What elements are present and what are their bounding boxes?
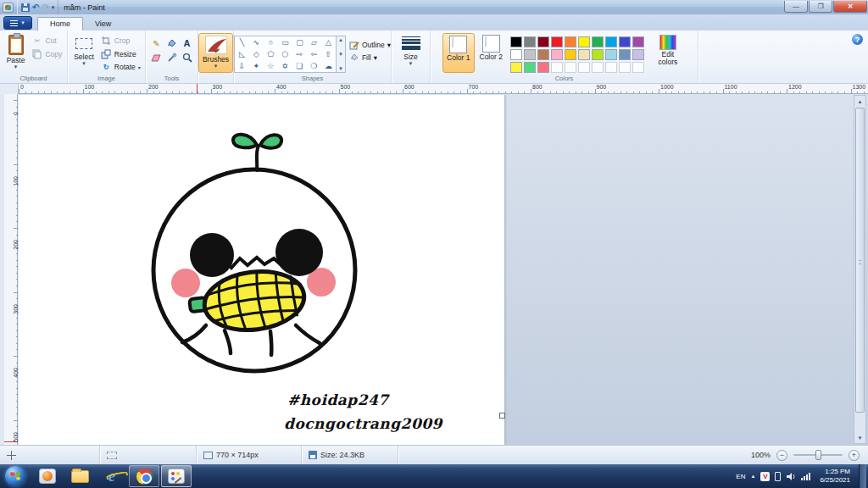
shape-item[interactable]: ❍ — [307, 60, 321, 72]
shape-item[interactable]: ⬡ — [278, 48, 292, 60]
start-button[interactable] — [5, 466, 25, 486]
speaker-icon[interactable] — [786, 472, 796, 481]
shape-item[interactable]: ❏ — [292, 60, 307, 72]
palette-swatch[interactable] — [551, 36, 563, 47]
shapes-scrollbar[interactable]: ▲ ▼ ▼ — [337, 36, 346, 73]
taskbar-paint[interactable] — [161, 465, 192, 487]
clock[interactable]: 1:25 PM 6/25/2021 — [816, 468, 854, 485]
shape-item[interactable]: ☆ — [264, 60, 278, 72]
close-button[interactable]: ✕ — [833, 1, 867, 13]
tab-home[interactable]: Home — [37, 17, 83, 30]
zoom-slider-thumb[interactable] — [815, 450, 821, 460]
paste-button[interactable]: Paste ▼ — [3, 33, 29, 73]
shape-item[interactable]: ○ — [264, 36, 278, 48]
shape-item[interactable]: ☁ — [321, 60, 336, 72]
shape-item[interactable]: ╲ — [235, 36, 249, 48]
palette-swatch[interactable] — [537, 36, 549, 47]
eraser-tool[interactable] — [149, 51, 164, 64]
palette-swatch[interactable] — [632, 36, 644, 47]
palette-swatch[interactable] — [551, 49, 563, 60]
shape-item[interactable]: ▢ — [292, 36, 307, 48]
palette-swatch[interactable] — [510, 49, 522, 60]
select-button[interactable]: Select ▼ — [70, 33, 97, 73]
shape-item[interactable]: ✡ — [278, 60, 292, 72]
restore-button[interactable]: ❐ — [809, 1, 832, 13]
device-icon[interactable] — [775, 472, 781, 481]
palette-swatch[interactable] — [578, 49, 590, 60]
help-icon[interactable]: ? — [852, 34, 863, 45]
shape-item[interactable]: ✦ — [249, 60, 264, 72]
taskbar-chrome[interactable] — [129, 465, 159, 487]
crop-button[interactable]: Crop — [99, 35, 142, 47]
copy-button[interactable]: Copy — [30, 48, 64, 60]
palette-swatch[interactable] — [619, 49, 631, 60]
network-icon[interactable] — [801, 473, 811, 480]
palette-swatch[interactable] — [619, 36, 631, 47]
pencil-tool[interactable]: ✎ — [149, 36, 164, 50]
palette-swatch[interactable] — [605, 49, 617, 60]
cut-button[interactable]: ✂ Cut — [30, 35, 64, 47]
outline-button[interactable]: Outline ▾ — [349, 40, 391, 50]
canvas-resize-handle[interactable] — [499, 413, 505, 419]
drawing-canvas[interactable]: #hoidap247 docngoctrang2009 — [19, 95, 504, 445]
minimize-button[interactable]: — — [784, 1, 808, 13]
shape-item[interactable]: ⇧ — [321, 48, 336, 60]
zoom-in-button[interactable]: + — [849, 450, 860, 461]
shape-item[interactable]: ∿ — [249, 36, 264, 48]
undo-icon[interactable]: ↶ — [32, 1, 39, 14]
app-menu-button[interactable]: ▼ — [3, 16, 32, 30]
resize-button[interactable]: Resize — [99, 48, 142, 60]
size-button[interactable]: Size ▼ — [398, 33, 424, 73]
shape-item[interactable]: ⬠ — [264, 48, 278, 60]
shape-item[interactable]: ▱ — [307, 36, 321, 48]
show-desktop-button[interactable] — [859, 464, 866, 488]
edit-colors-button[interactable]: Edit colors — [650, 33, 686, 73]
shape-item[interactable]: ⇩ — [235, 60, 249, 72]
shape-item[interactable]: △ — [321, 36, 336, 48]
scroll-up-icon[interactable]: ▲ — [854, 96, 865, 107]
palette-swatch[interactable] — [565, 36, 576, 47]
language-indicator[interactable]: EN — [736, 473, 745, 480]
brushes-button[interactable]: Brushes ▼ — [198, 33, 233, 73]
zoom-slider[interactable] — [793, 454, 843, 456]
fill-tool[interactable] — [164, 36, 179, 50]
color1-button[interactable]: Color 1 — [442, 33, 474, 73]
palette-swatch[interactable] — [510, 62, 522, 73]
scroll-down-icon[interactable]: ▼ — [854, 432, 865, 443]
taskbar-explorer[interactable] — [64, 465, 95, 487]
tab-view[interactable]: View — [83, 18, 123, 30]
shape-item[interactable]: ⇦ — [307, 48, 321, 60]
palette-swatch[interactable] — [537, 49, 549, 60]
redo-icon[interactable]: ↷ — [42, 1, 48, 14]
taskbar-media-player[interactable] — [32, 465, 63, 487]
color2-button[interactable]: Color 2 — [476, 33, 506, 73]
vertical-scrollbar[interactable]: ▲ ▼ — [854, 95, 866, 444]
palette-swatch[interactable] — [592, 36, 604, 47]
palette-swatch[interactable] — [565, 49, 576, 60]
save-icon[interactable] — [21, 3, 30, 12]
palette-swatch[interactable] — [632, 49, 644, 60]
shape-item[interactable]: ◺ — [235, 48, 249, 60]
fill-button[interactable]: Fill ▾ — [349, 53, 391, 62]
shape-item[interactable]: ◇ — [249, 48, 264, 60]
scroll-up-icon[interactable]: ▲ — [338, 37, 343, 42]
shape-item[interactable]: ▭ — [278, 36, 292, 48]
palette-swatch[interactable] — [524, 62, 536, 73]
palette-swatch[interactable] — [592, 49, 604, 60]
palette-swatch[interactable] — [524, 36, 536, 47]
customize-qat-icon[interactable]: ▾ — [52, 4, 55, 11]
gallery-more-icon[interactable]: ▼ — [338, 66, 343, 71]
zoom-out-button[interactable]: − — [776, 450, 787, 461]
palette-swatch[interactable] — [524, 49, 536, 60]
color-picker-tool[interactable] — [164, 51, 179, 64]
scrollbar-thumb[interactable] — [855, 108, 865, 413]
magnifier-tool[interactable] — [180, 51, 194, 64]
text-tool[interactable]: A — [180, 36, 194, 50]
scroll-down-icon[interactable]: ▼ — [338, 52, 343, 57]
shape-item[interactable]: ⇨ — [292, 48, 307, 60]
antivirus-icon[interactable]: V — [760, 472, 770, 481]
palette-swatch[interactable] — [605, 36, 617, 47]
taskbar-internet-explorer[interactable]: e — [97, 465, 127, 487]
palette-swatch[interactable] — [537, 62, 549, 73]
rotate-button[interactable]: ↻ Rotate ▾ — [99, 61, 142, 73]
